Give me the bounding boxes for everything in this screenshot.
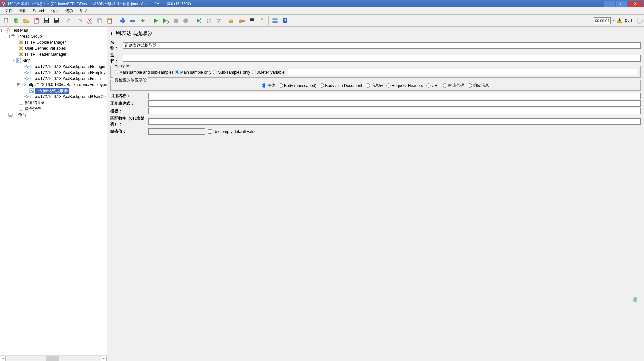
- save-as-button[interactable]: [52, 16, 61, 25]
- svg-point-22: [183, 18, 188, 23]
- paste-button[interactable]: [105, 16, 114, 25]
- shutdown-button[interactable]: [181, 16, 190, 25]
- maximize-button[interactable]: □: [616, 1, 627, 7]
- svg-rect-53: [19, 107, 23, 110]
- stop-button[interactable]: [171, 16, 180, 25]
- template-input[interactable]: [148, 108, 641, 114]
- apply-jmeter-var[interactable]: JMeter Variable: [252, 70, 285, 75]
- svg-rect-54: [8, 113, 12, 116]
- svg-text:!: !: [619, 19, 620, 23]
- menu-options[interactable]: 选项: [63, 7, 76, 14]
- warning-icon: !: [617, 18, 622, 23]
- clear-button[interactable]: [227, 16, 236, 25]
- search-button[interactable]: [247, 16, 257, 25]
- menubar: 文件 编辑 Search 运行 选项 帮助: [0, 7, 644, 15]
- svg-rect-39: [275, 19, 277, 20]
- svg-rect-52: [19, 101, 23, 104]
- svg-point-26: [209, 19, 211, 20]
- match-label: 匹配数字（0代表随机）：: [110, 116, 147, 127]
- tree-view-results[interactable]: 察看结果树: [0, 100, 107, 106]
- resp-body[interactable]: 主体: [262, 83, 275, 88]
- menu-help[interactable]: 帮助: [77, 7, 90, 14]
- remote-stop-button[interactable]: [214, 16, 223, 25]
- resp-url[interactable]: URL: [426, 83, 440, 88]
- tree-aggregate[interactable]: 聚合报告: [0, 106, 107, 112]
- resp-code[interactable]: 响应代码: [443, 83, 464, 88]
- tree-request-3[interactable]: http://172.16.0.130/oaBackground/main: [0, 76, 107, 82]
- help-button[interactable]: ?: [280, 16, 290, 25]
- menu-file[interactable]: 文件: [2, 7, 15, 14]
- tree-request-4[interactable]: −http://172.16.0.130/oaBackground/Employ…: [0, 82, 107, 88]
- toggle-button[interactable]: [138, 16, 147, 25]
- running-icon: [637, 18, 643, 24]
- svg-point-27: [207, 21, 208, 23]
- empty-default-checkbox[interactable]: Use empty default value: [208, 129, 257, 134]
- copy-button[interactable]: [95, 16, 104, 25]
- undo-button[interactable]: [65, 16, 74, 25]
- comment-input[interactable]: [123, 55, 641, 62]
- remote-start-notimers-button[interactable]: [204, 16, 213, 25]
- function-helper-button[interactable]: [270, 16, 280, 25]
- menu-edit[interactable]: 编辑: [16, 7, 29, 14]
- resp-request-headers[interactable]: Request Headers: [386, 83, 423, 88]
- refname-input[interactable]: [148, 93, 641, 99]
- app-icon: [1, 1, 6, 6]
- tree-request-1[interactable]: http://172.16.0.130/oaBackground/toLogin: [0, 64, 107, 70]
- svg-rect-21: [174, 19, 178, 23]
- svg-rect-13: [99, 19, 102, 23]
- tree-regex-extractor[interactable]: 正则表达式提取器: [0, 88, 107, 94]
- resp-body-document[interactable]: Body as a Document: [320, 83, 362, 88]
- apply-main-sub[interactable]: Main sample and sub-samples: [114, 70, 174, 75]
- elapsed-time-box: 00:00:04: [594, 17, 611, 24]
- expand-button[interactable]: [118, 16, 127, 25]
- window-title: 130后台读取用户信息.jmx (C:\Users\SEELE\Desktop\…: [7, 1, 604, 6]
- cut-button[interactable]: [85, 16, 94, 25]
- close-button[interactable]: ✕: [628, 1, 643, 7]
- tree-header-manager[interactable]: HTTP Header Manager: [0, 51, 107, 57]
- open-button[interactable]: [22, 16, 31, 25]
- name-input[interactable]: [123, 42, 641, 49]
- response-field-fieldset: 要检查的响应字段 主体 Body (unescaped) Body as a D…: [110, 80, 641, 91]
- svg-rect-38: [273, 19, 275, 20]
- save-button[interactable]: [42, 16, 51, 25]
- remote-start-button[interactable]: [194, 16, 203, 25]
- start-notimers-button[interactable]: [161, 16, 170, 25]
- apply-main-only[interactable]: Main sample only: [175, 70, 211, 75]
- svg-point-23: [200, 18, 201, 20]
- collapse-button[interactable]: [128, 16, 137, 25]
- templates-button[interactable]: [12, 16, 21, 25]
- default-label: 缺省值：: [110, 129, 147, 134]
- resp-headers[interactable]: 信息头: [366, 83, 383, 88]
- toolbar: ? 00:00:04 0 ! 0 / 1: [0, 15, 644, 27]
- resp-message[interactable]: 响应信息: [468, 83, 489, 88]
- minimize-button[interactable]: —: [604, 1, 615, 7]
- tree-hscrollbar[interactable]: ◂▸: [0, 355, 107, 361]
- resp-body-unescaped[interactable]: Body (unescaped): [279, 83, 316, 88]
- redo-button[interactable]: [75, 16, 84, 25]
- svg-rect-41: [275, 21, 277, 23]
- tree-workbench[interactable]: 工作台: [0, 112, 107, 118]
- svg-point-4: [36, 18, 39, 20]
- regex-label: 正则表达式：: [110, 101, 147, 106]
- menu-search[interactable]: Search: [30, 8, 48, 14]
- start-button[interactable]: [151, 16, 160, 25]
- tree-step1[interactable]: −Step 1: [0, 57, 107, 64]
- tree-request-2[interactable]: http://172.16.0.130/oaBackground/Employe…: [0, 70, 107, 76]
- tree-test-plan[interactable]: −Test Plan: [0, 27, 107, 33]
- clear-all-button[interactable]: [237, 16, 247, 25]
- svg-rect-9: [55, 18, 58, 20]
- reset-search-button[interactable]: [257, 16, 267, 25]
- menu-run[interactable]: 运行: [49, 7, 62, 14]
- regex-input[interactable]: [148, 100, 641, 107]
- jmeter-var-input[interactable]: [288, 69, 637, 75]
- apply-to-legend: Apply to:: [113, 64, 132, 68]
- tree-udv[interactable]: User Defined Variables: [0, 45, 107, 51]
- new-button[interactable]: [2, 16, 11, 25]
- tree-request-5[interactable]: http://172.16.0.130/oaBackground/UserCon…: [0, 94, 107, 100]
- close-test-button[interactable]: [32, 16, 41, 25]
- apply-sub-only[interactable]: Sub-samples only: [213, 70, 250, 75]
- default-input[interactable]: [148, 128, 205, 135]
- tree-cookie-manager[interactable]: HTTP Cookie Manager: [0, 39, 107, 45]
- tree-thread-group[interactable]: −Thread Group: [0, 33, 107, 39]
- match-input[interactable]: [148, 118, 641, 125]
